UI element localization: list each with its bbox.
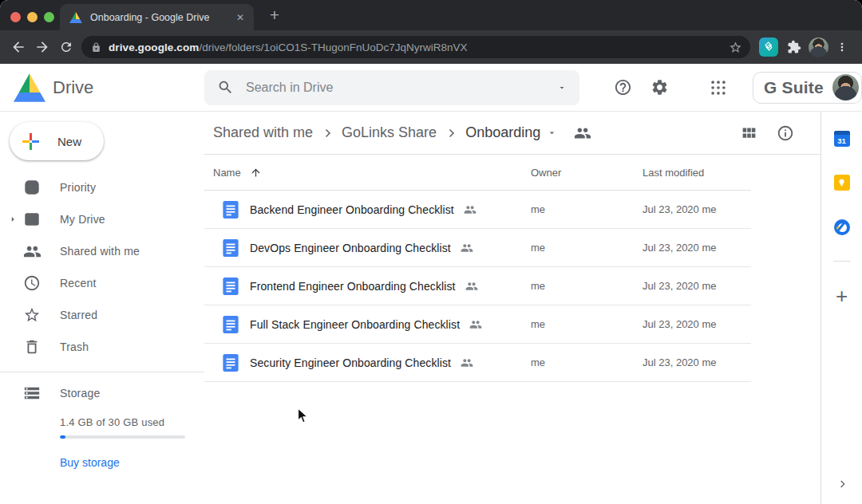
address-bar[interactable]: drive.google.com/drive/folders/1oiCO1S-T… xyxy=(81,36,750,58)
back-button[interactable] xyxy=(6,35,30,59)
golinks-extension-icon[interactable] xyxy=(759,37,778,57)
storage-progress-bar xyxy=(60,435,185,439)
file-owner: me xyxy=(531,356,643,368)
breadcrumb-golinks-share[interactable]: GoLinks Share xyxy=(342,124,437,141)
details-button[interactable] xyxy=(776,124,795,143)
search-input[interactable]: Search in Drive xyxy=(246,81,557,95)
browser-toolbar: drive.google.com/drive/folders/1oiCO1S-T… xyxy=(0,30,862,64)
people-icon xyxy=(22,242,42,261)
calendar-app-icon[interactable]: 31 xyxy=(834,131,850,147)
table-row[interactable]: Frontend Engineer Onboarding Checklist m… xyxy=(204,267,751,305)
drive-logo-icon xyxy=(14,73,45,102)
priority-check-icon xyxy=(22,178,42,197)
grid-view-button[interactable] xyxy=(739,124,758,143)
file-name[interactable]: Security Engineer Onboarding Checklist xyxy=(250,356,451,369)
browser-tab[interactable]: Onboarding - Google Drive ✕ xyxy=(60,4,254,30)
clock-icon xyxy=(22,274,42,293)
reload-button[interactable] xyxy=(54,35,78,59)
puzzle-icon xyxy=(787,40,801,54)
window-close-button[interactable] xyxy=(10,12,21,22)
browser-profile-button[interactable] xyxy=(806,35,830,59)
file-name[interactable]: DevOps Engineer Onboarding Checklist xyxy=(250,242,451,254)
file-name[interactable]: Frontend Engineer Onboarding Checklist xyxy=(250,280,456,293)
search-icon[interactable] xyxy=(217,79,234,96)
table-row[interactable]: Full Stack Engineer Onboarding Checklist… xyxy=(204,305,751,344)
window-controls xyxy=(10,12,54,22)
folder-menu-caret-icon[interactable] xyxy=(547,128,557,138)
add-addon-button[interactable]: + xyxy=(836,285,848,306)
settings-button[interactable] xyxy=(650,78,669,97)
search-options-caret-icon[interactable] xyxy=(557,83,567,93)
url-text[interactable]: drive.google.com/drive/folders/1oiCO1S-T… xyxy=(109,41,722,53)
expand-arrow-icon[interactable] xyxy=(6,214,19,225)
storage-icon xyxy=(22,384,42,403)
account-chip[interactable]: G Suite xyxy=(753,72,862,104)
google-doc-icon xyxy=(222,353,239,372)
file-name[interactable]: Full Stack Engineer Onboarding Checklist xyxy=(250,318,460,331)
forward-arrow-icon xyxy=(34,39,50,55)
file-owner: me xyxy=(531,280,643,292)
file-modified: Jul 23, 2020 me xyxy=(643,318,751,330)
drive-header: Drive Search in Drive G Suite xyxy=(0,64,862,112)
help-button[interactable] xyxy=(613,78,632,97)
help-icon xyxy=(614,78,632,96)
window-minimize-button[interactable] xyxy=(27,12,38,22)
drive-logo[interactable]: Drive xyxy=(0,73,204,102)
table-row[interactable]: Security Engineer Onboarding Checklist m… xyxy=(204,344,751,382)
file-name[interactable]: Backend Engineer Onboarding Checklist xyxy=(250,203,454,216)
file-modified: Jul 23, 2020 me xyxy=(643,356,751,368)
extensions-button[interactable] xyxy=(782,35,806,59)
keep-app-icon[interactable] xyxy=(834,175,850,191)
google-doc-icon xyxy=(222,238,239,258)
google-doc-icon xyxy=(222,315,239,334)
sort-ascending-icon[interactable] xyxy=(250,167,262,179)
shared-people-icon xyxy=(464,203,476,216)
shared-people-icon xyxy=(461,242,473,254)
multicolor-plus-icon xyxy=(20,131,42,152)
google-apps-button[interactable] xyxy=(709,78,728,97)
bookmark-star-icon[interactable] xyxy=(729,41,742,54)
sidebar-item-priority[interactable]: Priority xyxy=(0,171,204,203)
account-label: G Suite xyxy=(764,78,832,97)
google-doc-icon xyxy=(222,200,239,219)
file-modified: Jul 23, 2020 me xyxy=(643,280,751,292)
folder-shared-icon xyxy=(574,124,591,142)
shared-people-icon xyxy=(461,356,473,369)
breadcrumb: Shared with me GoLinks Share Onboarding xyxy=(204,112,820,155)
column-header-owner[interactable]: Owner xyxy=(531,167,643,179)
grid-view-icon xyxy=(741,124,757,141)
tasks-app-icon[interactable] xyxy=(834,219,850,235)
reload-icon xyxy=(59,40,73,54)
breadcrumb-shared-with-me[interactable]: Shared with me xyxy=(213,124,313,141)
sidebar-item-storage[interactable]: Storage xyxy=(0,377,204,409)
drive-main: Shared with me GoLinks Share Onboarding xyxy=(204,112,820,504)
table-row[interactable]: Backend Engineer Onboarding Checklist me… xyxy=(204,191,751,229)
column-header-name[interactable]: Name xyxy=(204,167,531,179)
search-bar[interactable]: Search in Drive xyxy=(204,70,579,105)
browser-menu-button[interactable] xyxy=(830,35,854,59)
product-name: Drive xyxy=(53,77,93,98)
column-header-modified[interactable]: Last modified xyxy=(643,167,751,179)
sidebar-item-shared-with-me[interactable]: Shared with me xyxy=(0,235,204,267)
new-button[interactable]: New xyxy=(10,122,104,160)
buy-storage-link[interactable]: Buy storage xyxy=(60,456,120,469)
sidebar-item-my-drive[interactable]: My Drive xyxy=(0,203,204,235)
https-lock-icon[interactable] xyxy=(91,42,101,53)
table-row[interactable]: DevOps Engineer Onboarding Checklist me … xyxy=(204,229,751,267)
expand-panel-button[interactable] xyxy=(821,478,862,490)
new-tab-button[interactable]: + xyxy=(264,5,285,26)
table-header-row: Name Owner Last modified xyxy=(204,155,751,191)
sidebar-item-recent[interactable]: Recent xyxy=(0,267,204,299)
sidebar-item-starred[interactable]: Starred xyxy=(0,299,204,331)
forward-button[interactable] xyxy=(30,35,54,59)
account-avatar[interactable] xyxy=(832,74,859,100)
window-maximize-button[interactable] xyxy=(44,12,54,22)
breadcrumb-current-folder[interactable]: Onboarding xyxy=(465,124,540,141)
file-table: Name Owner Last modified Backend Enginee… xyxy=(204,155,751,382)
tab-close-icon[interactable]: ✕ xyxy=(235,11,246,24)
side-panel-rail: 31 + xyxy=(820,112,862,504)
bulb-icon xyxy=(837,178,846,187)
star-icon xyxy=(22,305,42,325)
sidebar-item-trash[interactable]: Trash xyxy=(0,331,204,363)
more-vert-icon xyxy=(836,41,848,53)
